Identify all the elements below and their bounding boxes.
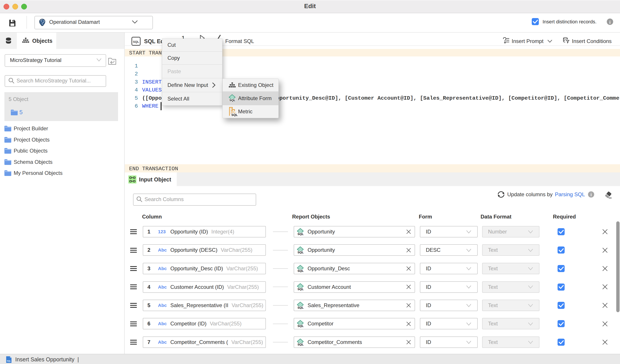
svg-text:SQL: SQL bbox=[7, 360, 11, 362]
svg-text:SQL: SQL bbox=[298, 306, 304, 309]
svg-text:SQL: SQL bbox=[298, 288, 304, 291]
svg-text:SQL: SQL bbox=[298, 269, 304, 272]
svg-text:SQL: SQL bbox=[298, 251, 304, 254]
svg-text:SQL: SQL bbox=[230, 99, 236, 102]
svg-text:SQL: SQL bbox=[133, 40, 139, 44]
svg-text:SQL: SQL bbox=[298, 324, 304, 327]
svg-text:SQL: SQL bbox=[232, 113, 238, 117]
svg-text:SQL: SQL bbox=[298, 232, 304, 235]
svg-text:SQL: SQL bbox=[298, 343, 304, 346]
